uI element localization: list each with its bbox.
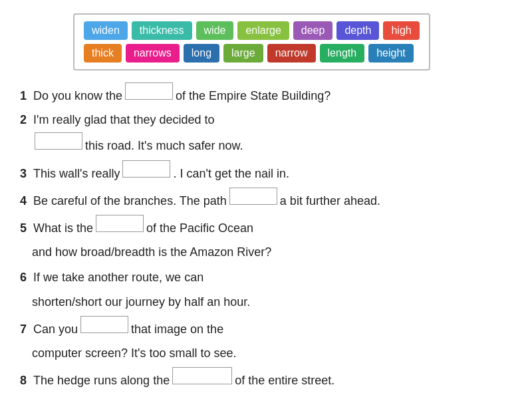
sentence-6-text-b: shorten/short our journey by half an hou… — [32, 291, 250, 313]
sentence-number-4: 4 — [20, 190, 32, 212]
sentence-number-7: 7 — [20, 318, 32, 340]
sentence-3: 3 This wall's really . I can't get the n… — [20, 160, 519, 185]
sentence-4-text-b: a bit further ahead. — [280, 190, 380, 212]
word-chip-depth[interactable]: depth — [336, 21, 379, 40]
word-chip-widen[interactable]: widen — [84, 21, 128, 40]
sentence-7: 7 Can you that image on the — [20, 316, 519, 340]
word-chip-thick[interactable]: thick — [84, 44, 122, 63]
word-chip-narrow[interactable]: narrow — [267, 44, 316, 63]
sentence-4: 4 Be careful of the branches. The path a… — [20, 188, 519, 212]
sentence-7-text-c: computer screen? It's too small to see. — [32, 342, 237, 364]
sentence-2-text-b: this road. It's much safer now. — [85, 134, 243, 157]
sentence-1-text-b: of the Empire State Building? — [176, 84, 331, 107]
sentence-number-6: 6 — [20, 266, 32, 289]
word-chip-height[interactable]: height — [368, 44, 414, 63]
word-bank: widenthicknesswideenlargedeepdepthhigh t… — [13, 13, 519, 82]
sentence-7-cont: computer screen? It's too small to see. — [20, 342, 519, 364]
sentence-2-cont: this road. It's much safer now. — [20, 132, 519, 157]
blank-2[interactable] — [35, 132, 82, 150]
word-chip-thickness[interactable]: thickness — [132, 21, 192, 40]
sentence-6-text-a: If we take another route, we can — [33, 266, 203, 289]
sentence-4-text-a: Be careful of the branches. The path — [33, 190, 227, 212]
sentence-7-text-a: Can you — [33, 318, 78, 340]
word-chip-deep[interactable]: deep — [293, 21, 333, 40]
word-chip-long[interactable]: long — [184, 44, 219, 63]
blank-1[interactable] — [125, 82, 173, 100]
word-chip-large[interactable]: large — [223, 44, 263, 63]
sentence-6: 6 If we take another route, we can — [20, 266, 519, 289]
sentence-5-text-b: of the Pacific Ocean — [146, 217, 253, 239]
sentence-number-5: 5 — [20, 217, 32, 239]
sentence-3-text-a: This wall's really — [33, 162, 120, 185]
sentence-1: 1 Do you know the of the Empire State Bu… — [20, 82, 519, 107]
sentence-number-2: 2 — [20, 108, 32, 131]
word-bank-row-1: widenthicknesswideenlargedeepdepthhigh — [84, 21, 420, 40]
sentence-5: 5 What is the of the Pacific Ocean — [20, 215, 519, 239]
sentence-1-text-a: Do you know the — [33, 84, 122, 107]
word-chip-high[interactable]: high — [383, 21, 419, 40]
sentence-2-text-a: I'm really glad that they decided to — [33, 108, 215, 131]
sentences: 1 Do you know the of the Empire State Bu… — [20, 82, 519, 392]
sentence-5-text-c: and how broad/breadth is the Amazon Rive… — [32, 241, 271, 263]
word-chip-length[interactable]: length — [320, 44, 365, 63]
sentence-2: 2 I'm really glad that they decided to — [20, 108, 519, 131]
blank-3[interactable] — [122, 160, 170, 178]
word-bank-row-2: thicknarrowslonglargenarrowlengthheight — [84, 44, 420, 63]
sentence-7-text-b: that image on the — [131, 318, 223, 340]
sentence-number-3: 3 — [20, 162, 32, 185]
blank-5[interactable] — [96, 215, 144, 232]
word-chip-wide[interactable]: wide — [196, 21, 234, 40]
sentence-8: 8 The hedge runs along the of the entire… — [20, 367, 519, 392]
word-chip-enlarge[interactable]: enlarge — [237, 21, 289, 40]
sentence-3-text-b: . I can't get the nail in. — [173, 162, 289, 185]
blank-4[interactable] — [229, 188, 277, 205]
sentence-number-1: 1 — [20, 84, 32, 107]
sentence-number-8: 8 — [20, 369, 32, 392]
word-chip-narrows[interactable]: narrows — [126, 44, 180, 63]
blank-8[interactable] — [172, 367, 232, 384]
sentence-6-cont: shorten/short our journey by half an hou… — [20, 291, 519, 313]
sentence-5-text-a: What is the — [33, 217, 93, 239]
blank-7[interactable] — [80, 316, 128, 333]
sentence-5-cont: and how broad/breadth is the Amazon Rive… — [20, 241, 519, 263]
sentence-8-text-b: of the entire street. — [235, 369, 334, 392]
sentence-8-text-a: The hedge runs along the — [33, 369, 170, 392]
